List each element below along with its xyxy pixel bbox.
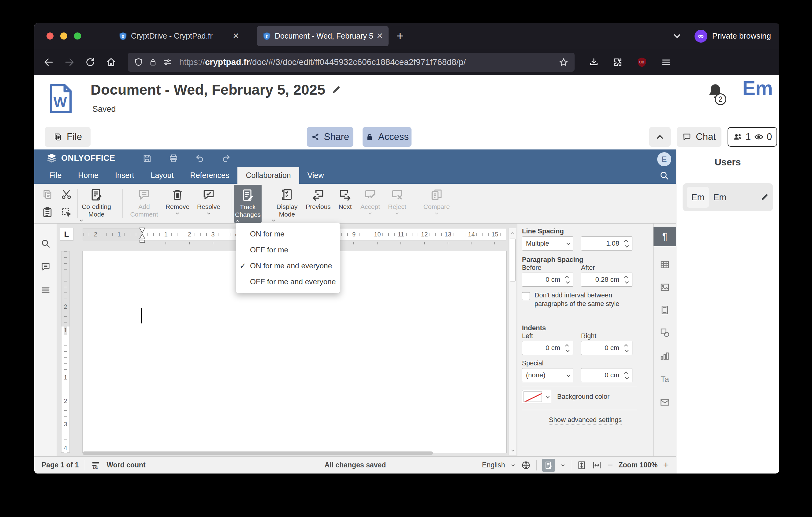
vscroll-thumb[interactable] (510, 239, 516, 281)
scroll-up-icon[interactable] (510, 230, 515, 236)
comments-panel-icon[interactable] (40, 262, 51, 272)
special-select[interactable]: (none) (522, 368, 573, 382)
zoom-level[interactable]: Zoom 100% (618, 461, 658, 469)
image-settings-tab[interactable] (654, 277, 676, 297)
chat-button[interactable]: Chat (677, 127, 721, 147)
share-button[interactable]: Share (307, 127, 353, 147)
tab-view[interactable]: View (299, 167, 332, 184)
fit-page-icon[interactable] (577, 460, 586, 470)
window-controls[interactable] (47, 32, 81, 39)
edit-title-pencil-icon[interactable] (331, 85, 341, 94)
display-mode-button[interactable]: Display Mode (270, 184, 304, 223)
list-tabs-chevron-icon[interactable] (672, 31, 682, 42)
tab-cryptdrive[interactable]: CryptDrive - CryptPad.fr ✕ (113, 26, 245, 46)
copy-icon[interactable] (41, 189, 53, 200)
tab-insert[interactable]: Insert (107, 167, 143, 184)
zoom-in-button[interactable]: + (663, 459, 669, 471)
reject-change-button[interactable]: Reject (383, 184, 411, 223)
spinner-arrows[interactable] (563, 344, 572, 352)
url-bar[interactable]: https://cryptpad.fr/doc/#/3/doc/edit/ff0… (128, 53, 575, 72)
scroll-down-icon[interactable] (510, 448, 515, 453)
redo-icon[interactable] (221, 154, 231, 163)
paste-icon[interactable] (41, 207, 53, 218)
tab-file[interactable]: File (41, 167, 70, 184)
spinner-arrows[interactable] (563, 276, 572, 283)
undo-icon[interactable] (195, 154, 205, 163)
compare-button[interactable]: Compare (420, 184, 454, 223)
line-spacing-select[interactable]: Multiple (522, 237, 573, 250)
permissions-icon[interactable] (163, 58, 172, 67)
menu-item-on-for-me[interactable]: ON for me (236, 226, 340, 242)
chart-settings-tab[interactable] (654, 346, 676, 366)
cut-icon[interactable] (61, 189, 72, 200)
tab-references[interactable]: References (182, 167, 238, 184)
background-color-picker[interactable] (522, 390, 551, 403)
home-button[interactable] (105, 56, 117, 69)
header-footer-settings-tab[interactable] (654, 300, 676, 320)
interval-checkbox[interactable] (522, 292, 530, 300)
access-button[interactable]: Access (362, 127, 411, 147)
onlyoffice-user-avatar[interactable]: E (657, 152, 671, 166)
navigation-head­ings-icon[interactable] (40, 285, 51, 295)
search-icon[interactable] (659, 170, 669, 181)
mail-merge-tab[interactable] (654, 393, 676, 412)
user-count-button[interactable]: 1 0 (728, 127, 777, 147)
table-settings-tab[interactable] (654, 255, 676, 274)
fit-width-icon[interactable] (592, 460, 602, 470)
coediting-mode-button[interactable]: Co-editing Mode (78, 184, 115, 223)
close-tab-icon[interactable]: ✕ (233, 31, 239, 41)
language-selector[interactable]: English (482, 461, 505, 469)
shape-settings-tab[interactable] (654, 323, 676, 343)
select-all-icon[interactable] (61, 207, 72, 218)
new-tab-button[interactable]: + (397, 29, 404, 43)
special-amount-input[interactable]: 0 cm (581, 368, 632, 382)
spacing-after-input[interactable]: 0.28 cm (581, 273, 632, 287)
line-spacing-amount[interactable]: 1.08 (581, 237, 632, 250)
edit-name-pencil-icon[interactable] (760, 193, 769, 201)
find-search-icon[interactable] (40, 238, 51, 249)
account-avatar[interactable]: Em (742, 77, 773, 100)
text-art-settings-tab[interactable]: Ta (654, 370, 676, 389)
accept-change-button[interactable]: Accept (356, 184, 384, 223)
menu-item-off-for-me[interactable]: OFF for me (236, 242, 340, 258)
tab-document-active[interactable]: Document - Wed, February 5, 20 ✕ (257, 26, 388, 46)
hamburger-menu-icon[interactable] (661, 57, 671, 67)
document-title[interactable]: Document - Wed, February 5, 2025 (91, 81, 341, 98)
tab-collaboration[interactable]: Collaboration (237, 167, 299, 184)
save-icon[interactable] (142, 154, 152, 163)
url-text[interactable]: https://cryptpad.fr/doc/#/3/doc/edit/ff0… (179, 57, 559, 67)
spinner-arrows[interactable] (622, 276, 631, 283)
menu-item-off-for-everyone[interactable]: OFF for me and everyone (236, 274, 340, 290)
menu-item-on-for-everyone[interactable]: ✓ON for me and everyone (236, 258, 340, 274)
track-changes-toggle[interactable] (542, 459, 555, 472)
remove-comment-button[interactable]: Remove (161, 184, 194, 223)
zoom-window-button[interactable] (74, 32, 81, 39)
back-button[interactable] (42, 56, 55, 69)
resolve-comment-button[interactable]: Resolve (192, 184, 226, 223)
word-count-button[interactable]: Word count (107, 461, 145, 469)
vertical-scrollbar[interactable] (509, 228, 517, 456)
spinner-arrows[interactable] (622, 372, 631, 379)
indent-left-input[interactable]: 0 cm (522, 341, 573, 355)
close-window-button[interactable] (47, 32, 54, 39)
indent-marker-icon[interactable] (139, 227, 146, 243)
spinner-arrows[interactable] (622, 240, 631, 247)
tab-home[interactable]: Home (70, 167, 107, 184)
show-advanced-settings-link[interactable]: Show advanced settings (517, 416, 653, 424)
zoom-out-button[interactable]: − (607, 459, 613, 471)
previous-change-button[interactable]: Previous (301, 184, 335, 223)
vertical-ruler[interactable]: 21 12345 (61, 251, 70, 453)
spellcheck-globe-icon[interactable] (521, 460, 531, 470)
downloads-icon[interactable] (589, 57, 599, 67)
bookmark-star-icon[interactable] (559, 57, 569, 67)
next-change-button[interactable]: Next (333, 184, 357, 223)
print-icon[interactable] (169, 154, 178, 163)
reload-button[interactable] (84, 56, 97, 69)
tracking-protection-shield-icon[interactable] (134, 58, 143, 67)
hscroll-thumb[interactable] (83, 452, 433, 455)
minimize-window-button[interactable] (60, 32, 67, 39)
page-indicator[interactable]: Page 1 of 1 (41, 461, 79, 469)
file-menu-button[interactable]: File (45, 127, 91, 147)
paragraph-settings-tab[interactable]: ¶ (654, 227, 676, 246)
collapse-toolbar-button[interactable] (649, 127, 671, 147)
